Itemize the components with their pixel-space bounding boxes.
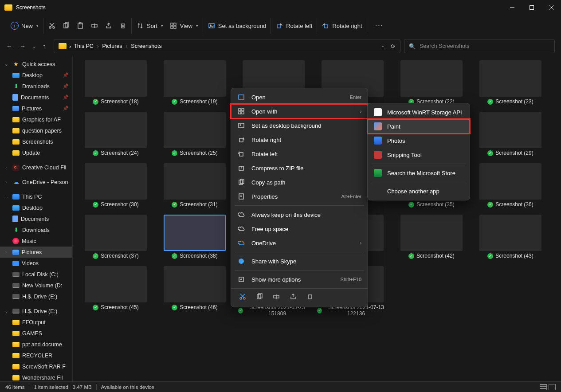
sidebar-pc-desktop[interactable]: Desktop — [0, 202, 72, 213]
sidebar-desktop[interactable]: Desktop📌 — [0, 70, 72, 81]
ctx-always-keep[interactable]: Always keep on this device — [231, 208, 368, 222]
sidebar-ppt[interactable]: ppt and docume — [0, 339, 72, 350]
file-item[interactable]: ✓Screenshot (23) — [471, 60, 550, 105]
file-item[interactable]: ✓Screenshot (24) — [76, 112, 155, 156]
openwith-another[interactable]: Choose another app — [368, 184, 470, 198]
ctx-more-options[interactable]: Show more optionsShift+F10 — [231, 272, 368, 286]
file-item[interactable]: ✓Screenshot (36) — [471, 163, 550, 208]
forward-button[interactable]: → — [20, 43, 26, 50]
sidebar-hs-drive-2[interactable]: ⌵H.$. Drive (E:) — [0, 306, 72, 317]
file-item[interactable]: ✓Screenshot (31) — [155, 163, 234, 208]
sidebar-onedrive[interactable]: ›☁OneDrive - Person — [0, 176, 72, 188]
cut-icon[interactable] — [48, 22, 56, 30]
rename-icon[interactable] — [273, 293, 280, 302]
sidebar-quick-access[interactable]: ⌵★Quick access — [0, 59, 72, 70]
ctx-properties[interactable]: PropertiesAlt+Enter — [231, 189, 368, 204]
file-item[interactable]: ✓Screenshot (43) — [471, 215, 550, 259]
ctx-rotate-left[interactable]: Rotate left — [231, 147, 368, 161]
svg-rect-17 — [174, 23, 176, 25]
close-button[interactable] — [541, 0, 561, 15]
breadcrumb-pc[interactable]: This PC — [74, 43, 93, 49]
sidebar-graphics[interactable]: Graphics for AF — [0, 114, 72, 125]
share-icon[interactable] — [105, 22, 113, 30]
paste-icon[interactable] — [76, 22, 84, 30]
back-button[interactable]: ← — [6, 43, 12, 50]
file-item[interactable]: ✓Screenshot (42) — [392, 215, 471, 259]
sidebar-pc-music[interactable]: Music — [0, 235, 72, 247]
rename-icon[interactable] — [90, 22, 98, 30]
file-item[interactable]: ✓Screenshot (18) — [76, 60, 155, 105]
rotate-left-button[interactable]: Rotate left — [275, 22, 312, 30]
file-item[interactable]: ✓Screenshot (38) — [155, 215, 234, 259]
ctx-open[interactable]: OpenEnter — [231, 90, 368, 104]
sidebar-new-volume[interactable]: New Volume (D: — [0, 280, 72, 291]
recent-button[interactable]: ⌵ — [33, 44, 35, 49]
file-item[interactable]: ✓Screenshot (29) — [471, 112, 550, 156]
ctx-open-with[interactable]: Open with› — [231, 104, 368, 118]
file-item[interactable]: ✓Screenshot (30) — [76, 163, 155, 208]
file-grid[interactable]: ✓Screenshot (18) ✓Screenshot (19) ✓Scree… — [73, 56, 561, 381]
rotate-right-button[interactable]: Rotate right — [322, 22, 362, 30]
breadcrumb-pictures[interactable]: Pictures — [102, 43, 122, 49]
file-item[interactable]: ✓Screenshot (22) — [392, 60, 471, 105]
sidebar-documents[interactable]: Documents📌 — [0, 92, 72, 103]
sidebar-question-papers[interactable]: question papers — [0, 125, 72, 136]
ctx-zip[interactable]: Compress to ZIP file — [231, 161, 368, 175]
sidebar-pc-downloads[interactable]: ⬇Downloads — [0, 224, 72, 235]
address-bar[interactable]: › This PC›Pictures›Screenshots ⌵⟳ — [54, 39, 400, 53]
svg-rect-18 — [171, 26, 173, 28]
file-item[interactable]: ✓Screenshot (46) — [155, 266, 234, 317]
maximize-button[interactable] — [522, 0, 541, 15]
thumbnails-view-button[interactable] — [549, 384, 556, 390]
openwith-photos[interactable]: Photos — [368, 133, 470, 148]
sidebar-pc-videos[interactable]: Videos — [0, 258, 72, 269]
ctx-free-up[interactable]: Free up space — [231, 222, 368, 236]
up-button[interactable]: ↑ — [43, 43, 46, 50]
chevron-down-icon[interactable]: ⌵ — [382, 43, 384, 50]
ctx-rotate-right[interactable]: Rotate right — [231, 133, 368, 147]
sidebar-this-pc[interactable]: ⌵This PC — [0, 191, 72, 202]
file-item[interactable]: ✓Screenshot (45) — [76, 266, 155, 317]
ctx-copy-path[interactable]: Copy as path — [231, 175, 368, 189]
sidebar-wondershare[interactable]: Wondershare Fil — [0, 372, 72, 381]
sidebar-screwsoft[interactable]: ScrewSoft RAR F — [0, 361, 72, 372]
delete-icon[interactable] — [306, 293, 314, 302]
sidebar-downloads[interactable]: ⬇Downloads📌 — [0, 81, 72, 92]
search-input[interactable]: 🔍 Search Screenshots — [404, 39, 555, 53]
refresh-button[interactable]: ⟳ — [391, 43, 396, 50]
delete-icon[interactable] — [119, 22, 127, 30]
details-view-button[interactable] — [540, 384, 547, 390]
sidebar-ffoutput[interactable]: FFOutput — [0, 317, 72, 328]
copy-icon[interactable] — [62, 22, 70, 30]
openwith-winrt[interactable]: Microsoft WinRT Storage API — [368, 105, 470, 119]
sidebar-games[interactable]: GAMES — [0, 328, 72, 339]
copy-icon[interactable] — [256, 293, 263, 302]
breadcrumb-screenshots[interactable]: Screenshots — [131, 43, 161, 49]
set-background-button[interactable]: Set as background — [208, 22, 266, 30]
file-item[interactable]: ✓Screenshot (25) — [155, 112, 234, 156]
openwith-paint[interactable]: Paint — [368, 119, 470, 133]
file-item[interactable]: ✓Screenshot (37) — [76, 215, 155, 259]
file-item[interactable]: ✓Screenshot (19) — [155, 60, 234, 105]
new-button[interactable]: + New▾ — [11, 22, 39, 30]
share-icon[interactable] — [290, 293, 297, 302]
sidebar-recycler[interactable]: RECYCLER — [0, 350, 72, 361]
sidebar-hs-drive-1[interactable]: H.$. Drive (E:) — [0, 291, 72, 302]
ctx-skype[interactable]: Share with Skype — [231, 254, 368, 268]
ctx-set-bg[interactable]: Set as desktop background — [231, 118, 368, 133]
sort-button[interactable]: Sort▾ — [136, 22, 163, 30]
sidebar-pc-documents[interactable]: Documents — [0, 213, 72, 224]
sidebar-pictures[interactable]: Pictures📌 — [0, 103, 72, 114]
cut-icon[interactable] — [239, 293, 246, 302]
sidebar-local-disk[interactable]: Local Disk (C:) — [0, 269, 72, 280]
sidebar-update[interactable]: Update — [0, 147, 72, 158]
openwith-snipping[interactable]: Snipping Tool — [368, 148, 470, 162]
openwith-store[interactable]: Search the Microsoft Store — [368, 166, 470, 180]
sidebar-screenshots[interactable]: Screenshots — [0, 136, 72, 147]
sidebar-creative-cloud[interactable]: ›CrCreative Cloud Fil — [0, 162, 72, 173]
minimize-button[interactable] — [502, 0, 522, 15]
view-button[interactable]: View▾ — [169, 22, 198, 30]
ctx-onedrive[interactable]: OneDrive› — [231, 236, 368, 250]
sidebar-pc-pictures[interactable]: ›Pictures — [0, 247, 72, 258]
more-button[interactable]: ··· — [372, 22, 387, 30]
